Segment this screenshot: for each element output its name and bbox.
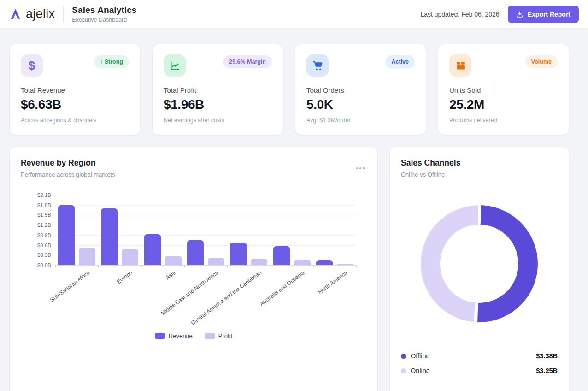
legend-item-revenue[interactable]: Revenue — [155, 332, 193, 339]
chart-line-icon — [164, 54, 186, 77]
bar-profit[interactable] — [165, 256, 182, 265]
kpi-card: 29.6% Margin Total Profit $1.96B Net ear… — [152, 44, 283, 135]
bar-profit[interactable] — [294, 260, 311, 265]
y-axis-tick-label: $1.5B — [37, 212, 51, 218]
cart-icon — [306, 54, 329, 77]
bar-group: Sub-Saharan Africa — [55, 195, 98, 265]
kpi-value: $1.96B — [164, 97, 272, 112]
kpi-card-row: $ ↑ Strong Total Revenue $6.63B Across a… — [9, 44, 569, 135]
dashboard-main: $ ↑ Strong Total Revenue $6.63B Across a… — [0, 44, 588, 391]
ajelix-logo-icon — [9, 8, 22, 20]
page-title: Sales Analytics — [72, 5, 136, 15]
kpi-badge: 29.6% Margin — [223, 55, 272, 68]
sales-channels-donut-chart — [415, 199, 544, 328]
x-axis-tick — [55, 265, 56, 267]
channel-label: Offline — [411, 352, 430, 360]
package-icon — [449, 54, 471, 77]
bar-revenue[interactable] — [187, 240, 204, 265]
kpi-label: Units Sold — [449, 86, 558, 94]
bar-revenue[interactable] — [101, 208, 118, 265]
x-axis-tick — [227, 265, 228, 267]
y-axis-tick-label: $1.2B — [37, 222, 51, 228]
kpi-card: $ ↑ Strong Total Revenue $6.63B Across a… — [9, 44, 141, 135]
kpi-subtitle: Across all regions & channels — [21, 117, 129, 124]
kpi-subtitle: Avg: $1.3M/order — [306, 117, 415, 124]
x-axis-tick — [270, 265, 270, 267]
dollar-icon: $ — [21, 54, 43, 77]
last-updated-text: Last updated: Feb 06, 2026 — [420, 11, 499, 18]
app-header: ajelix Sales Analytics Executive Dashboa… — [0, 0, 588, 29]
bar-profit[interactable] — [337, 264, 353, 265]
kpi-card: Active Total Orders 5.0K Avg: $1.3M/orde… — [295, 44, 426, 135]
x-axis-category-label: Australia and Oceania — [259, 269, 306, 307]
bar-group: North America — [313, 195, 356, 265]
bar-revenue[interactable] — [316, 260, 333, 265]
channel-value: $3.38B — [536, 352, 558, 360]
legend-swatch — [205, 333, 215, 339]
kpi-label: Total Orders — [306, 86, 415, 94]
kpi-badge: Active — [385, 55, 415, 68]
kpi-subtitle: Products delivered — [449, 117, 558, 124]
donut-chart-title: Sales Channels — [401, 158, 558, 168]
bar-revenue[interactable] — [273, 246, 290, 265]
bar-revenue[interactable] — [230, 243, 247, 265]
bar-group: Australia and Oceania — [270, 195, 313, 265]
legend-swatch — [155, 333, 165, 339]
kpi-label: Total Profit — [164, 86, 272, 94]
kpi-value: 25.2M — [449, 97, 558, 112]
channel-label: Online — [411, 367, 430, 374]
bar-group: Central America and the Caribbean — [227, 195, 270, 265]
bar-revenue[interactable] — [58, 205, 75, 265]
x-axis-category-label: Europe — [116, 269, 134, 285]
gridline — [55, 265, 356, 266]
legend-dot — [401, 354, 406, 359]
x-axis-tick — [98, 265, 99, 267]
page-subtitle: Executive Dashboard — [72, 17, 136, 23]
donut-legend-row-offline[interactable]: Offline $3.38B — [401, 349, 558, 363]
logo-text: ajelix — [26, 7, 55, 21]
donut-legend-row-online[interactable]: Online $3.25B — [401, 363, 558, 378]
kpi-badge: ↑ Strong — [94, 55, 129, 68]
export-report-label: Export Report — [528, 11, 570, 18]
bar-group: Middle East and North Africa — [184, 195, 227, 265]
x-axis-tick — [184, 265, 185, 267]
kpi-value: 5.0K — [306, 97, 415, 112]
bar-chart-title: Revenue by Region — [21, 158, 366, 168]
download-icon — [516, 11, 523, 18]
y-axis-tick-label: $0.6B — [37, 243, 51, 248]
bar-profit[interactable] — [122, 249, 138, 265]
bar-profit[interactable] — [208, 258, 224, 265]
kpi-card: Volume Units Sold 25.2M Products deliver… — [438, 44, 569, 135]
kpi-subtitle: Net earnings after costs — [164, 117, 272, 124]
kpi-badge: Volume — [525, 55, 558, 68]
ajelix-logo: ajelix — [9, 7, 55, 21]
revenue-bar-chart: $2.1B$1.8B$1.5B$1.2B$0.9B$0.6B$0.3B$0.0B… — [55, 195, 356, 265]
export-report-button[interactable]: Export Report — [508, 6, 579, 23]
y-axis-tick-label: $2.1B — [37, 192, 51, 198]
kpi-label: Total Revenue — [21, 86, 129, 94]
bar-revenue[interactable] — [144, 234, 161, 265]
revenue-by-region-card: Revenue by Region Performance across glo… — [9, 147, 378, 391]
donut-chart-subtitle: Online vs Offline — [401, 171, 558, 178]
bar-chart-legend: RevenueProfit — [21, 332, 366, 339]
legend-item-profit[interactable]: Profit — [205, 332, 232, 339]
bar-group: Asia — [141, 195, 184, 265]
x-axis-category-label: Central America and the Caribbean — [190, 269, 263, 326]
y-axis-tick-label: $0.3B — [37, 252, 51, 258]
channel-value: $3.25B — [536, 367, 558, 374]
bar-group: Europe — [98, 195, 141, 265]
y-axis-tick-label: $0.9B — [37, 232, 51, 238]
bar-chart-subtitle: Performance across global markets — [21, 171, 366, 178]
legend-dot — [401, 368, 406, 373]
x-axis-category-label: North America — [317, 269, 349, 296]
x-axis-category-label: Sub-Saharan Africa — [49, 269, 91, 303]
y-axis-tick-label: $0.0B — [37, 262, 51, 268]
card-menu-icon[interactable] — [354, 166, 366, 171]
x-axis-tick — [356, 265, 357, 267]
kpi-value: $6.63B — [21, 97, 129, 112]
x-axis-tick — [141, 265, 142, 267]
bar-profit[interactable] — [251, 259, 267, 265]
donut-legend: Offline $3.38B Online $3.25B — [401, 349, 558, 378]
sales-channels-card: Sales Channels Online vs Offline Offline… — [389, 147, 569, 391]
bar-profit[interactable] — [79, 248, 95, 265]
